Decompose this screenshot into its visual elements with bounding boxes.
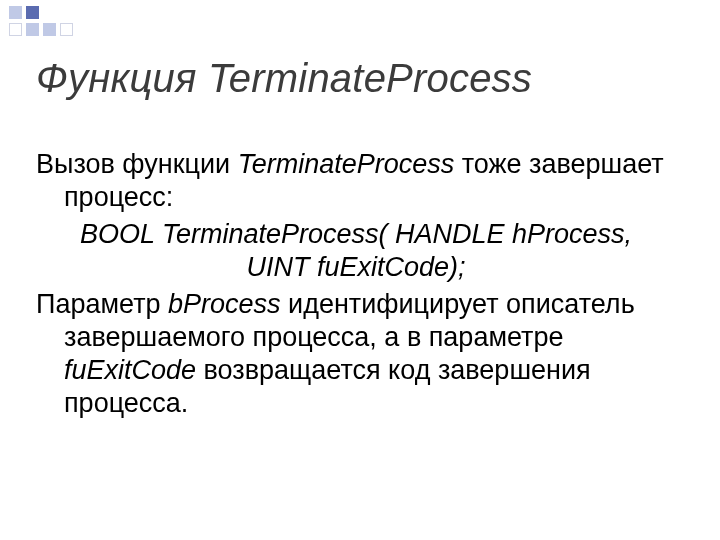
signature-text: BOOL TerminateProcess( HANDLE hProcess, … — [80, 219, 632, 282]
function-signature: BOOL TerminateProcess( HANDLE hProcess, … — [36, 218, 676, 284]
decoration-square — [43, 23, 56, 36]
description-paragraph: Параметр bProcess идентифицирует описате… — [36, 288, 676, 420]
intro-text-pre: Вызов функции — [36, 149, 238, 179]
decoration-square — [26, 6, 39, 19]
decoration-square — [60, 23, 73, 36]
decoration-square — [26, 23, 39, 36]
intro-function-name: TerminateProcess — [238, 149, 455, 179]
decoration-square — [9, 23, 22, 36]
intro-paragraph: Вызов функции TerminateProcess тоже заве… — [36, 148, 676, 214]
decoration-square — [9, 6, 22, 19]
desc-param-1: bProcess — [168, 289, 281, 319]
slide-body: Вызов функции TerminateProcess тоже заве… — [36, 148, 676, 424]
desc-text-1: Параметр — [36, 289, 168, 319]
slide-title: Функция TerminateProcess — [36, 56, 676, 101]
slide: Функция TerminateProcess Вызов функции T… — [0, 0, 720, 540]
signature-tail: ); — [449, 252, 466, 282]
desc-param-2: fuExitCode — [64, 355, 196, 385]
